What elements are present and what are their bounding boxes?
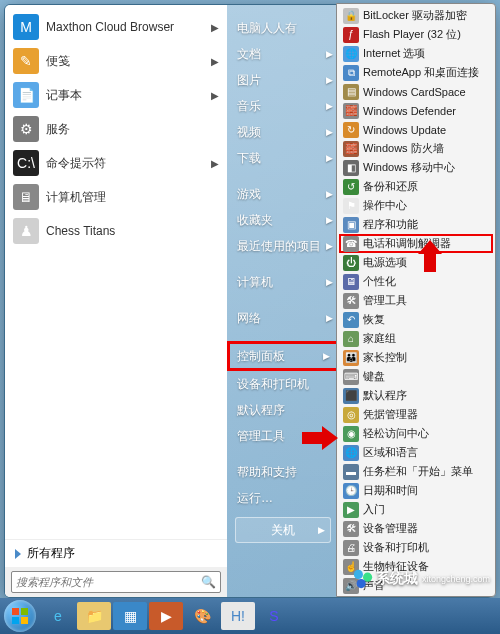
places-item[interactable]: 收藏夹▶ <box>227 207 339 233</box>
chevron-right-icon: ▶ <box>326 313 333 323</box>
pinned-list: M Maxthon Cloud Browser ▶✎ 便笺 ▶📄 记事本 ▶⚙ … <box>5 5 227 539</box>
watermark-url: xitongcheng.com <box>422 574 490 584</box>
cp-label: 轻松访问中心 <box>363 426 429 441</box>
pinned-label: 命令提示符 <box>46 155 211 172</box>
places-item[interactable]: 最近使用的项目▶ <box>227 233 339 259</box>
control-panel-item[interactable]: 🌐Internet 选项 <box>339 44 493 63</box>
control-panel-item[interactable]: ▶入门 <box>339 500 493 519</box>
places-item[interactable]: 控制面板▶ <box>227 341 339 371</box>
places-item[interactable]: 帮助和支持 <box>227 459 339 485</box>
control-panel-item[interactable]: 👪家长控制 <box>339 348 493 367</box>
control-panel-item[interactable]: 🧱Windows 防火墙 <box>339 139 493 158</box>
places-label: 运行… <box>237 490 273 507</box>
control-panel-item[interactable]: ◎凭据管理器 <box>339 405 493 424</box>
control-panel-item[interactable]: ⬛默认程序 <box>339 386 493 405</box>
control-panel-item[interactable]: ↻Windows Update <box>339 120 493 139</box>
taskbar[interactable]: e📁▦▶🎨H!S <box>0 598 500 634</box>
control-panel-item[interactable]: 🧱Windows Defender <box>339 101 493 120</box>
watermark-text: 系统城 <box>376 570 418 588</box>
places-label: 下载 <box>237 150 261 167</box>
cp-label: 区域和语言 <box>363 445 418 460</box>
control-panel-item[interactable]: ▬任务栏和「开始」菜单 <box>339 462 493 481</box>
pinned-item[interactable]: ♟ Chess Titans <box>7 214 225 248</box>
cp-label: 设备和打印机 <box>363 540 429 555</box>
places-item[interactable]: 文档▶ <box>227 41 339 67</box>
control-panel-item[interactable]: ⌂家庭组 <box>339 329 493 348</box>
shutdown-button[interactable]: 关机▶ <box>235 517 331 543</box>
cp-icon: ↺ <box>343 179 359 195</box>
watermark: 系统城 xitongcheng.com <box>352 568 490 590</box>
all-programs-label: 所有程序 <box>27 545 75 562</box>
control-panel-item[interactable]: ⧉RemoteApp 和桌面连接 <box>339 63 493 82</box>
control-panel-item[interactable]: 🕒日期和时间 <box>339 481 493 500</box>
taskbar-app1[interactable]: ▦ <box>113 602 147 630</box>
control-panel-item[interactable]: 🔒BitLocker 驱动器加密 <box>339 6 493 25</box>
control-panel-item[interactable]: ↺备份和还原 <box>339 177 493 196</box>
places-label: 帮助和支持 <box>237 464 297 481</box>
taskbar-explorer[interactable]: 📁 <box>77 602 111 630</box>
all-programs-button[interactable]: 所有程序 <box>5 539 227 567</box>
pinned-item[interactable]: ✎ 便笺 ▶ <box>7 44 225 78</box>
places-item[interactable]: 电脑人人有 <box>227 15 339 41</box>
svg-rect-3 <box>12 608 19 615</box>
taskbar-paint[interactable]: 🎨 <box>185 602 219 630</box>
cp-icon: ▶ <box>343 502 359 518</box>
control-panel-item[interactable]: 🛠设备管理器 <box>339 519 493 538</box>
control-panel-item[interactable]: 🛠管理工具 <box>339 291 493 310</box>
pinned-label: 记事本 <box>46 87 211 104</box>
app-icon: M <box>13 14 39 40</box>
pinned-item[interactable]: 🖥 计算机管理 <box>7 180 225 214</box>
places-panel: 电脑人人有文档▶图片▶音乐▶视频▶下载▶游戏▶收藏夹▶最近使用的项目▶计算机▶网… <box>227 5 339 597</box>
control-panel-item[interactable]: ƒFlash Player (32 位) <box>339 25 493 44</box>
places-item[interactable]: 视频▶ <box>227 119 339 145</box>
control-panel-item[interactable]: 🖥个性化 <box>339 272 493 291</box>
control-panel-item[interactable]: 🖨设备和打印机 <box>339 538 493 557</box>
places-item[interactable]: 游戏▶ <box>227 181 339 207</box>
search-box[interactable]: 🔍 <box>11 571 221 593</box>
pinned-item[interactable]: C:\ 命令提示符 ▶ <box>7 146 225 180</box>
control-panel-item[interactable]: 🌐区域和语言 <box>339 443 493 462</box>
places-item[interactable]: 运行… <box>227 485 339 511</box>
pinned-item[interactable]: ⚙ 服务 <box>7 112 225 146</box>
taskbar-media[interactable]: ▶ <box>149 602 183 630</box>
places-item[interactable]: 计算机▶ <box>227 269 339 295</box>
cp-icon: ⬛ <box>343 388 359 404</box>
places-item[interactable]: 音乐▶ <box>227 93 339 119</box>
control-panel-item[interactable]: ⌨键盘 <box>339 367 493 386</box>
chevron-right-icon: ▶ <box>326 189 333 199</box>
cp-label: 家庭组 <box>363 331 396 346</box>
control-panel-item[interactable]: ◧Windows 移动中心 <box>339 158 493 177</box>
start-button[interactable] <box>4 600 36 632</box>
taskbar-sogou[interactable]: S <box>257 602 291 630</box>
cp-icon: ⧉ <box>343 65 359 81</box>
places-item[interactable]: 网络▶ <box>227 305 339 331</box>
cp-label: 家长控制 <box>363 350 407 365</box>
cp-label: 恢复 <box>363 312 385 327</box>
taskbar-ie[interactable]: e <box>41 602 75 630</box>
places-item[interactable]: 设备和打印机 <box>227 371 339 397</box>
chevron-right-icon[interactable]: ▶ <box>318 525 325 535</box>
cp-icon: 🛠 <box>343 293 359 309</box>
places-item[interactable]: 默认程序 <box>227 397 339 423</box>
cp-label: Internet 选项 <box>363 46 425 61</box>
places-item[interactable]: 图片▶ <box>227 67 339 93</box>
cp-label: BitLocker 驱动器加密 <box>363 8 467 23</box>
cp-label: 电源选项 <box>363 255 407 270</box>
pinned-item[interactable]: 📄 记事本 ▶ <box>7 78 225 112</box>
places-item[interactable]: 下载▶ <box>227 145 339 171</box>
control-panel-item[interactable]: ▤Windows CardSpace <box>339 82 493 101</box>
cp-label: 管理工具 <box>363 293 407 308</box>
control-panel-item[interactable]: ⚑操作中心 <box>339 196 493 215</box>
control-panel-item[interactable]: ◉轻松访问中心 <box>339 424 493 443</box>
control-panel-item[interactable]: 🖱鼠标 <box>339 595 493 597</box>
control-panel-item[interactable]: ▣程序和功能 <box>339 215 493 234</box>
svg-point-2 <box>357 579 366 588</box>
taskbar-hi[interactable]: H! <box>221 602 255 630</box>
search-input[interactable] <box>16 576 201 588</box>
cp-label: Windows 移动中心 <box>363 160 455 175</box>
control-panel-item[interactable]: ↶恢复 <box>339 310 493 329</box>
shutdown-label: 关机 <box>271 522 295 539</box>
chevron-right-icon: ▶ <box>211 22 219 33</box>
pinned-item[interactable]: M Maxthon Cloud Browser ▶ <box>7 10 225 44</box>
chevron-right-icon: ▶ <box>326 277 333 287</box>
